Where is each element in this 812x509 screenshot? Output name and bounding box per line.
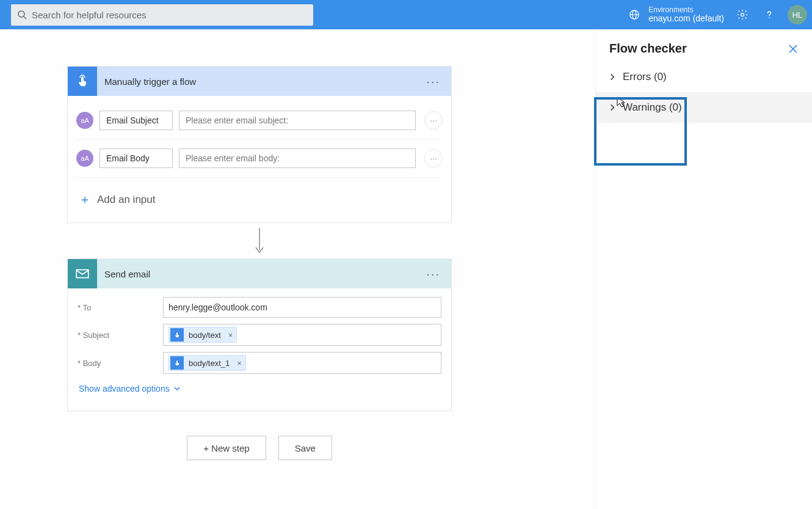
panel-close-button[interactable]: [788, 43, 799, 54]
param-input-body[interactable]: [179, 148, 416, 168]
chevron-right-icon: [608, 103, 617, 112]
param-row-body: aA Email Body ···: [76, 142, 443, 175]
field-row-body: * Body body/text_1 ×: [78, 352, 441, 374]
arrow-down-icon: [253, 228, 266, 255]
field-row-subject: * Subject body/text ×: [78, 324, 441, 346]
topbar: Environments enayu.com (default) HL: [0, 0, 812, 29]
help-button[interactable]: [761, 6, 778, 23]
token-remove[interactable]: ×: [233, 359, 245, 368]
environment-picker[interactable]: Environments enayu.com (default): [648, 6, 724, 24]
param-label[interactable]: Email Subject: [100, 111, 173, 130]
warnings-section[interactable]: Warnings (0): [596, 92, 812, 123]
flow-checker-panel: Flow checker Errors (0) Warnings (0): [595, 29, 812, 509]
gear-icon: [736, 9, 749, 21]
dynamic-token-subject[interactable]: body/text ×: [169, 327, 237, 343]
param-row-subject: aA Email Subject ···: [76, 104, 443, 137]
search-input[interactable]: [32, 10, 307, 20]
flow-canvas: Manually trigger a flow ··· aA Email Sub…: [67, 29, 662, 460]
body-label: * Body: [78, 359, 163, 368]
footer-buttons: + New step Save: [67, 436, 452, 460]
search-box[interactable]: [11, 4, 313, 26]
close-icon: [788, 43, 799, 54]
action-header[interactable]: Send email ···: [68, 259, 451, 288]
token-text: body/text: [185, 331, 225, 340]
param-input-subject[interactable]: [179, 111, 416, 130]
svg-point-5: [741, 13, 744, 16]
to-label: * To: [78, 303, 163, 312]
plus-icon: ＋: [79, 191, 91, 208]
search-icon: [17, 10, 27, 20]
svg-line-1: [24, 16, 26, 19]
text-type-chip: aA: [76, 150, 93, 167]
field-row-to: * To henry.legge@outlook.com: [78, 297, 441, 318]
svg-rect-8: [76, 270, 89, 278]
add-input-label: Add an input: [97, 194, 155, 206]
trigger-menu[interactable]: ···: [421, 72, 445, 91]
touch-icon: [75, 74, 90, 89]
param-label[interactable]: Email Body: [100, 148, 173, 168]
token-icon: [170, 328, 184, 342]
settings-button[interactable]: [734, 6, 751, 23]
svg-point-6: [769, 17, 770, 18]
trigger-icon: [68, 67, 97, 96]
body-input[interactable]: body/text_1 ×: [163, 352, 441, 374]
action-menu[interactable]: ···: [421, 265, 445, 284]
flow-connector: [67, 223, 452, 258]
trigger-title: Manually trigger a flow: [104, 76, 421, 87]
trigger-header[interactable]: Manually trigger a flow ···: [68, 67, 451, 96]
text-type-chip: aA: [76, 112, 93, 129]
show-advanced-link[interactable]: Show advanced options: [78, 380, 441, 402]
add-input-button[interactable]: ＋ Add an input: [76, 180, 443, 219]
chevron-right-icon: [608, 73, 617, 81]
chevron-down-icon: [173, 385, 181, 392]
token-remove[interactable]: ×: [225, 331, 237, 340]
panel-title: Flow checker: [609, 42, 687, 56]
help-icon: [763, 9, 775, 21]
token-icon: [170, 356, 184, 370]
workspace: Manually trigger a flow ··· aA Email Sub…: [0, 29, 812, 509]
trigger-card: Manually trigger a flow ··· aA Email Sub…: [67, 66, 452, 223]
new-step-button[interactable]: + New step: [187, 436, 266, 460]
svg-point-0: [18, 11, 24, 17]
globe-icon: [629, 9, 640, 20]
environment-label: Environments: [648, 6, 724, 14]
action-card: Send email ··· * To henry.legge@outlook.…: [67, 258, 452, 411]
warnings-label: Warnings (0): [623, 101, 682, 114]
avatar[interactable]: HL: [788, 5, 807, 24]
token-text: body/text_1: [185, 359, 233, 368]
errors-section[interactable]: Errors (0): [596, 62, 812, 92]
topbar-right: Environments enayu.com (default) HL: [629, 5, 807, 24]
save-button[interactable]: Save: [278, 436, 332, 460]
mail-icon: [74, 266, 90, 282]
action-icon: [68, 259, 97, 288]
dynamic-token-body[interactable]: body/text_1 ×: [169, 355, 246, 371]
to-input[interactable]: henry.legge@outlook.com: [163, 297, 441, 318]
param-row-menu[interactable]: ···: [424, 149, 443, 167]
subject-label: * Subject: [78, 331, 163, 340]
action-title: Send email: [104, 269, 421, 279]
subject-input[interactable]: body/text ×: [163, 324, 441, 346]
environment-name: enayu.com (default): [648, 14, 724, 23]
param-row-menu[interactable]: ···: [424, 111, 443, 130]
errors-label: Errors (0): [623, 71, 667, 83]
